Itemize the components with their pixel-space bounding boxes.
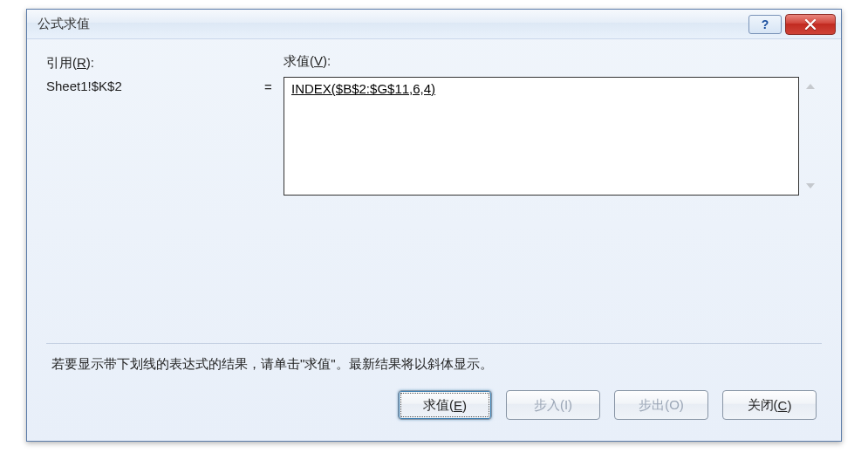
scrollbar (799, 77, 822, 196)
evaluation-box[interactable]: INDEX($B$2:$G$11,6,4) (284, 77, 799, 196)
evaluation-box-wrapper: INDEX($B$2:$G$11,6,4) (284, 77, 822, 196)
reference-label: 引用(R): (46, 55, 264, 72)
right-column: 求值(V): INDEX($B$2:$G$11,6,4) (284, 53, 822, 196)
left-column: 引用(R): Sheet1!$K$2 (46, 53, 264, 93)
titlebar: 公式求值 ? (27, 10, 841, 39)
spacer (46, 196, 822, 334)
dialog-title: 公式求值 (38, 16, 748, 32)
evaluation-formula: INDEX($B$2:$G$11,6,4) (291, 81, 435, 96)
close-window-button[interactable] (785, 14, 836, 35)
scroll-down-icon[interactable] (806, 183, 815, 189)
scroll-up-icon[interactable] (806, 84, 815, 89)
button-row: 求值(E) 步入(I) 步出(O) 关闭(C) (46, 390, 822, 432)
titlebar-controls: ? (748, 14, 836, 35)
help-icon: ? (762, 17, 769, 31)
step-out-button[interactable]: 步出(O) (614, 390, 708, 420)
evaluation-label: 求值(V): (284, 53, 822, 70)
step-in-button[interactable]: 步入(I) (506, 390, 600, 420)
evaluate-button[interactable]: 求值(E) (398, 390, 492, 420)
help-button[interactable]: ? (748, 15, 782, 34)
reference-value: Sheet1!$K$2 (46, 79, 264, 93)
divider (46, 343, 822, 344)
top-area: 引用(R): Sheet1!$K$2 = 求值(V): INDEX($B$2:$… (46, 53, 822, 196)
hint-text: 若要显示带下划线的表达式的结果，请单击"求值"。最新结果将以斜体显示。 (46, 356, 822, 373)
equals-sign: = (264, 53, 284, 94)
evaluate-formula-dialog: 公式求值 ? 引用(R): Sheet1!$K$2 = (26, 9, 842, 442)
close-icon (804, 19, 817, 30)
dialog-body: 引用(R): Sheet1!$K$2 = 求值(V): INDEX($B$2:$… (27, 39, 841, 441)
close-button[interactable]: 关闭(C) (722, 390, 817, 420)
